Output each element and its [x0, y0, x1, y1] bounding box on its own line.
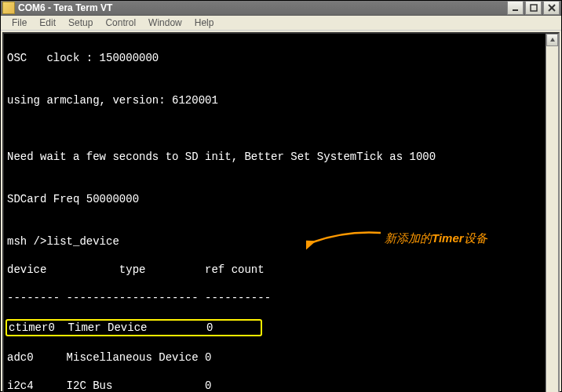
terminal-line: using armclang, version: 6120001 — [7, 93, 542, 107]
menu-file[interactable]: File — [5, 16, 33, 30]
maximize-icon — [530, 4, 538, 12]
terminal[interactable]: OSC clock : 150000000 using armclang, ve… — [4, 34, 546, 392]
menu-edit[interactable]: Edit — [33, 16, 62, 30]
menu-control[interactable]: Control — [99, 16, 142, 30]
menu-setup[interactable]: Setup — [62, 16, 99, 30]
titlebar[interactable]: COM6 - Tera Term VT — [1, 1, 561, 16]
close-button[interactable] — [543, 1, 560, 15]
menu-window[interactable]: Window — [142, 16, 188, 30]
app-icon — [2, 2, 15, 14]
app-window: COM6 - Tera Term VT File Edit Setup Cont… — [0, 0, 562, 392]
scroll-track[interactable] — [546, 46, 558, 392]
chevron-up-icon — [549, 37, 556, 43]
terminal-line: OSC clock : 150000000 — [7, 51, 542, 65]
window-controls — [507, 1, 560, 15]
menu-help[interactable]: Help — [188, 16, 221, 30]
menubar: File Edit Setup Control Window Help — [1, 16, 561, 31]
terminal-container: OSC clock : 150000000 using armclang, ve… — [2, 32, 560, 392]
maximize-button[interactable] — [525, 1, 542, 15]
table-header: device type ref count — [7, 263, 542, 277]
table-separator: -------- -------------------- ---------- — [7, 291, 542, 305]
svg-marker-5 — [550, 38, 555, 42]
table-row: adc0 Miscellaneous Device 0 — [7, 350, 542, 365]
terminal-line: Need wait a few seconds to SD init, Bett… — [7, 150, 542, 164]
window-title: COM6 - Tera Term VT — [18, 2, 507, 13]
scrollbar[interactable] — [546, 34, 558, 392]
highlight-box: ctimer0 Timer Device 0 — [5, 319, 262, 336]
table-row-highlighted: ctimer0 Timer Device 0 — [7, 319, 542, 336]
minimize-button[interactable] — [507, 1, 524, 15]
scroll-up-button[interactable] — [546, 34, 558, 46]
close-icon — [548, 4, 556, 12]
terminal-line: msh />list_device — [7, 234, 542, 249]
svg-rect-1 — [531, 5, 537, 11]
terminal-line: SDCard Freq 50000000 — [7, 192, 542, 206]
table-row: i2c4 I2C Bus 0 — [7, 379, 542, 392]
minimize-icon — [512, 4, 520, 12]
